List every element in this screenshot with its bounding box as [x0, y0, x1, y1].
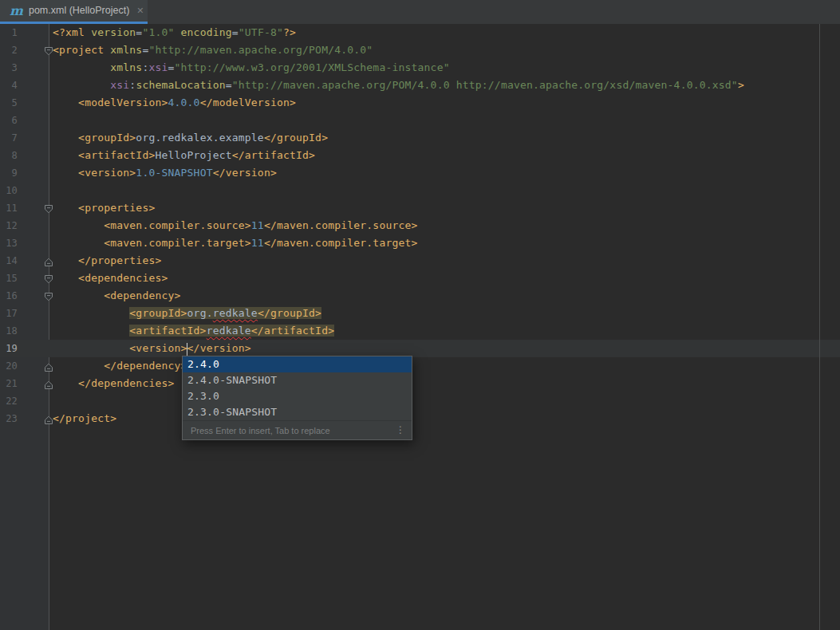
code-token — [53, 132, 78, 144]
code-token — [53, 254, 78, 266]
code-token: </artifactId> — [251, 325, 334, 337]
code-line[interactable]: <dependency> — [53, 287, 744, 305]
code-line[interactable]: <?xml version="1.0" encoding="UTF-8"?> — [53, 24, 744, 41]
code-token: = — [168, 61, 175, 73]
code-token: version — [91, 26, 136, 38]
line-number[interactable]: 17 — [0, 305, 18, 322]
code-line[interactable]: <groupId>org.redkalex.example</groupId> — [53, 129, 744, 147]
code-token: > — [738, 79, 744, 91]
code-token: schemaLocation — [136, 79, 225, 91]
line-number[interactable]: 5 — [0, 94, 18, 112]
code-line[interactable]: <dependencies> — [53, 270, 744, 287]
completion-item[interactable]: 2.4.0 — [183, 356, 412, 372]
code-token: ?> — [283, 26, 296, 38]
line-number[interactable]: 15 — [0, 270, 18, 287]
completion-item[interactable]: 2.3.0 — [183, 388, 412, 404]
line-number[interactable]: 3 — [0, 59, 18, 77]
code-line[interactable] — [53, 182, 744, 199]
code-line[interactable]: <groupId>org.redkale</groupId> — [53, 305, 744, 322]
code-token: </maven.compiler.target> — [264, 237, 418, 249]
line-number[interactable]: 7 — [0, 129, 18, 147]
line-number[interactable]: 10 — [0, 182, 18, 199]
line-number[interactable]: 9 — [0, 164, 18, 182]
line-number[interactable]: 11 — [0, 199, 18, 217]
line-number[interactable]: 20 — [0, 357, 18, 375]
code-line[interactable]: <properties> — [53, 199, 744, 217]
completion-list: 2.4.02.4.0-SNAPSHOT2.3.02.3.0-SNAPSHOT — [183, 356, 412, 420]
line-number[interactable]: 2 — [0, 41, 18, 59]
code-token: redkale — [207, 325, 251, 337]
tab-pom-xml[interactable]: m pom.xml (HelloProject) ✕ — [0, 0, 148, 22]
line-number[interactable]: 4 — [0, 77, 18, 94]
line-number[interactable]: 18 — [0, 322, 18, 340]
line-number[interactable]: 19 — [0, 340, 18, 357]
maven-icon: m — [10, 0, 23, 22]
code-token: <version> — [129, 342, 187, 354]
editor-pane: 1234567891011121314151617181920212223 <?… — [0, 24, 840, 630]
code-token: = — [232, 26, 239, 38]
code-token: </groupId> — [264, 132, 328, 144]
code-line[interactable]: <maven.compiler.source>11</maven.compile… — [53, 217, 744, 234]
line-number[interactable]: 22 — [0, 392, 18, 410]
tab-close-icon[interactable]: ✕ — [136, 0, 144, 22]
code-token: <groupId> — [129, 307, 187, 319]
completion-popup: 2.4.02.4.0-SNAPSHOT2.3.02.3.0-SNAPSHOT P… — [182, 356, 412, 440]
code-line[interactable]: xsi:schemaLocation="http://maven.apache.… — [53, 77, 744, 94]
code-token: </maven.compiler.source> — [264, 219, 418, 231]
code-token: </dependency> — [104, 360, 187, 372]
code-line[interactable]: <artifactId>HelloProject</artifactId> — [53, 147, 744, 164]
code-token: <dependency> — [104, 289, 180, 301]
code-token — [53, 325, 129, 337]
code-token: <modelVersion> — [78, 96, 168, 108]
line-number[interactable]: 8 — [0, 147, 18, 164]
code-token: </dependencies> — [78, 377, 174, 389]
code-token: <dependencies> — [78, 272, 168, 284]
code-token: 11 — [251, 237, 264, 249]
code-token: xmlns — [110, 44, 142, 56]
code-token — [85, 26, 91, 38]
code-token: <?xml — [53, 26, 85, 38]
code-token: </groupId> — [258, 307, 321, 319]
line-number[interactable]: 23 — [0, 410, 18, 427]
line-number[interactable]: 13 — [0, 234, 18, 252]
editor-tab-bar: m pom.xml (HelloProject) ✕ — [0, 0, 840, 24]
code-token — [53, 219, 104, 231]
code-token — [53, 96, 78, 108]
completion-item[interactable]: 2.3.0-SNAPSHOT — [183, 404, 412, 420]
code-token: <version> — [78, 167, 136, 179]
code-token: </artifactId> — [232, 149, 315, 161]
code-token — [53, 289, 104, 301]
code-line[interactable]: <version>1.0-SNAPSHOT</version> — [53, 164, 744, 182]
code-token — [53, 360, 104, 372]
code-line[interactable]: <version></version> — [53, 340, 744, 357]
code-token — [53, 149, 78, 161]
code-token: <properties> — [78, 202, 155, 214]
code-line[interactable] — [53, 112, 744, 129]
line-number[interactable]: 21 — [0, 375, 18, 392]
code-line[interactable]: xmlns:xsi="http://www.w3.org/2001/XMLSch… — [53, 59, 744, 77]
line-number[interactable]: 12 — [0, 217, 18, 234]
completion-hint-bar: Press Enter to insert, Tab to replace ⋮ — [183, 420, 412, 439]
more-options-icon[interactable]: ⋮ — [396, 421, 405, 439]
code-line[interactable]: <project xmlns="http://maven.apache.org/… — [53, 41, 744, 59]
code-token: = — [226, 79, 232, 91]
code-token — [53, 342, 129, 354]
code-token: </modelVersion> — [200, 96, 296, 108]
completion-item[interactable]: 2.4.0-SNAPSHOT — [183, 372, 412, 388]
code-token — [175, 26, 181, 38]
code-token — [53, 167, 78, 179]
line-number[interactable]: 6 — [0, 112, 18, 129]
code-line[interactable]: <modelVersion>4.0.0</modelVersion> — [53, 94, 744, 112]
code-token: xsi — [148, 61, 168, 73]
code-line[interactable]: <maven.compiler.target>11</maven.compile… — [53, 234, 744, 252]
line-number[interactable]: 1 — [0, 24, 18, 41]
code-token: 1.0-SNAPSHOT — [136, 167, 212, 179]
code-line[interactable]: </properties> — [53, 252, 744, 270]
code-token: "http://maven.apache.org/POM/4.0.0 http:… — [232, 79, 738, 91]
line-number[interactable]: 16 — [0, 287, 18, 305]
code-token: "UTF-8" — [239, 26, 283, 38]
code-line[interactable]: <artifactId>redkale</artifactId> — [53, 322, 744, 340]
line-number[interactable]: 14 — [0, 252, 18, 270]
code-token: </version> — [213, 167, 277, 179]
right-margin-guide — [819, 24, 820, 630]
